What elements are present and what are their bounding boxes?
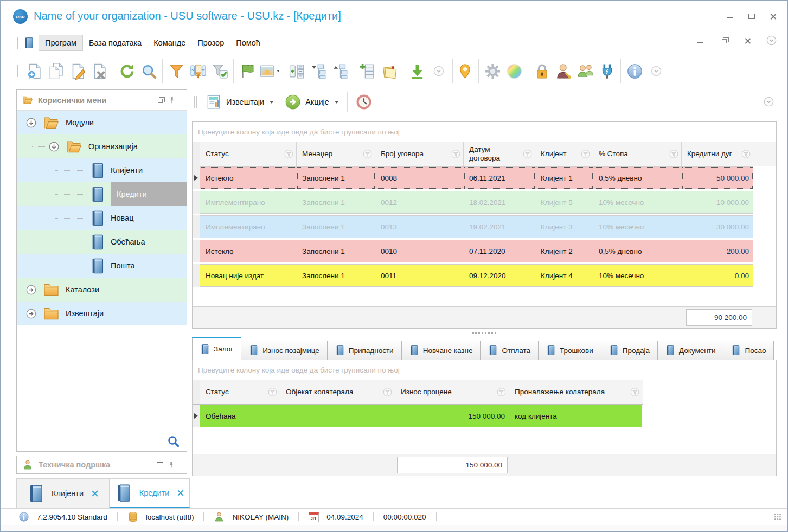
menu-item-commands[interactable]: Команде	[148, 35, 191, 50]
tree-item-mail[interactable]: Пошта	[17, 254, 187, 278]
user-groups-icon[interactable]	[574, 59, 596, 83]
group-by-area[interactable]: Превуците колону која иде овде да бисте …	[193, 122, 776, 142]
column-filter-icon[interactable]	[284, 149, 294, 159]
tree-list-icon[interactable]	[286, 59, 307, 83]
column-filter-icon[interactable]	[362, 149, 373, 159]
collapse-tree-icon[interactable]	[329, 59, 351, 83]
resize-grip[interactable]	[774, 513, 781, 521]
filter-apply-icon[interactable]	[209, 59, 230, 83]
tab-accessories[interactable]: Припадности	[328, 341, 402, 360]
collapse-node-icon[interactable]	[25, 117, 37, 129]
tab-sales[interactable]: Продаја	[601, 341, 658, 360]
column-filter-icon[interactable]	[669, 149, 679, 159]
search-icon[interactable]	[138, 59, 159, 83]
info-icon[interactable]	[624, 59, 645, 83]
column-header-date[interactable]: Датум договора	[464, 142, 535, 166]
doc-tab-credits[interactable]: Кредити	[110, 478, 190, 508]
location-pin-icon[interactable]	[454, 59, 476, 83]
notes-icon[interactable]	[379, 59, 400, 83]
actions-dropdown-button[interactable]: Акције	[279, 92, 344, 112]
column-filter-icon[interactable]	[630, 387, 640, 398]
tree-item-reports[interactable]: Извештаји	[17, 302, 187, 325]
collapse-node-icon[interactable]	[48, 141, 60, 152]
close-tab-icon[interactable]	[177, 489, 184, 496]
filter-columns-icon[interactable]	[187, 59, 209, 83]
image-icon[interactable]	[258, 59, 280, 83]
export-download-icon[interactable]	[406, 59, 428, 83]
mdi-restore-button[interactable]	[718, 35, 730, 46]
table-row[interactable]: Имплементирано Запослени 1 0013 19.02.20…	[193, 215, 776, 238]
add-column-icon[interactable]	[357, 59, 379, 83]
panel-pin-button[interactable]	[167, 460, 181, 469]
column-filter-icon[interactable]	[267, 387, 278, 398]
column-header-contract[interactable]: Број уговора	[375, 142, 464, 166]
toolbar-grip[interactable]	[194, 96, 197, 108]
toolbar-grip[interactable]	[17, 65, 20, 77]
column-header-debt[interactable]: Кредитни дуг	[682, 142, 753, 166]
column-filter-icon[interactable]	[451, 149, 461, 159]
table-row[interactable]: Обећана 150 000.00 код клијента	[193, 405, 643, 427]
tree-item-clients[interactable]: Клијенти	[17, 158, 187, 182]
new-document-icon[interactable]	[23, 59, 45, 83]
maximize-button[interactable]	[746, 11, 758, 22]
menu-item-program[interactable]: Програм	[39, 35, 83, 51]
toolbar-grip[interactable]	[17, 37, 20, 49]
copy-document-icon[interactable]	[45, 59, 67, 83]
column-filter-icon[interactable]	[741, 149, 751, 159]
lock-icon[interactable]	[531, 59, 553, 83]
menu-overflow-chevron-icon[interactable]	[766, 35, 777, 46]
tab-fines[interactable]: Новчане казне	[402, 341, 481, 360]
column-filter-icon[interactable]	[382, 387, 393, 398]
tab-collateral[interactable]: Залог	[192, 337, 241, 360]
table-row[interactable]: Истекло Запослени 1 0008 06.11.2021 Клиј…	[193, 166, 776, 189]
expand-node-icon[interactable]	[25, 308, 37, 319]
column-header-location[interactable]: Проналажење колатерала	[509, 380, 642, 404]
horizontal-splitter[interactable]	[192, 329, 777, 337]
settings-gear-icon[interactable]	[482, 59, 503, 83]
column-header-status[interactable]: Статус	[200, 142, 297, 166]
tree-item-money[interactable]: Новац	[17, 206, 187, 230]
column-filter-icon[interactable]	[580, 149, 591, 159]
menu-item-window[interactable]: Прозор	[191, 35, 230, 50]
close-button[interactable]	[767, 11, 779, 22]
tree-item-catalogs[interactable]: Каталози	[17, 278, 187, 302]
tab-loan-amount[interactable]: Износ позајмице	[241, 341, 328, 360]
delete-document-icon[interactable]	[88, 59, 110, 83]
column-header-manager[interactable]: Менаџер	[297, 142, 375, 166]
tree-item-modules[interactable]: Модули	[17, 111, 187, 134]
filter-icon[interactable]	[165, 59, 187, 83]
mdi-close-button[interactable]	[742, 35, 754, 46]
expand-tree-icon[interactable]	[307, 59, 329, 83]
tab-job[interactable]: Посао	[723, 341, 774, 360]
column-header-rate[interactable]: % Стопа	[593, 142, 682, 166]
doc-tab-clients[interactable]: Клијенти	[16, 478, 110, 508]
toolbar-overflow-chevron-icon[interactable]	[645, 59, 667, 83]
minimize-button[interactable]	[724, 11, 736, 22]
tab-documents[interactable]: Документи	[658, 341, 723, 360]
commandbar-overflow-chevron-icon[interactable]	[763, 96, 774, 107]
tree-search-icon[interactable]	[167, 435, 180, 448]
panel-pin-button[interactable]	[167, 96, 181, 105]
table-row[interactable]: Имплементирано Запослени 1 0012 18.02.20…	[193, 191, 776, 214]
table-row[interactable]: Истекло Запослени 1 0010 07.11.2020 Клиј…	[193, 240, 776, 262]
menu-item-help[interactable]: Помоћ	[230, 35, 266, 50]
column-header-object[interactable]: Објекат колатерала	[280, 380, 395, 404]
color-palette-icon[interactable]	[503, 59, 525, 83]
tab-expenses[interactable]: Трошкови	[539, 341, 601, 360]
reports-dropdown-button[interactable]: Извештаји	[200, 92, 279, 112]
user-permissions-icon[interactable]	[553, 59, 574, 83]
group-by-area[interactable]: Превуците колону која иде овде да бисте …	[193, 360, 776, 380]
mdi-minimize-button[interactable]	[694, 35, 706, 46]
refresh-icon[interactable]	[116, 59, 138, 83]
panel-maximize-button[interactable]	[153, 462, 167, 467]
timer-button[interactable]	[350, 92, 377, 112]
column-header-client[interactable]: Клијент	[535, 142, 593, 166]
menu-item-database[interactable]: База података	[83, 35, 148, 50]
expand-node-icon[interactable]	[25, 284, 37, 296]
edit-document-icon[interactable]	[67, 59, 88, 83]
more-chevron-icon[interactable]	[428, 59, 450, 83]
tree-item-credits[interactable]: Кредити	[17, 182, 187, 206]
tech-support-panel[interactable]: Техничка подршка	[16, 456, 187, 474]
tree-item-promises[interactable]: Обећања	[17, 230, 187, 254]
column-filter-icon[interactable]	[522, 149, 533, 159]
